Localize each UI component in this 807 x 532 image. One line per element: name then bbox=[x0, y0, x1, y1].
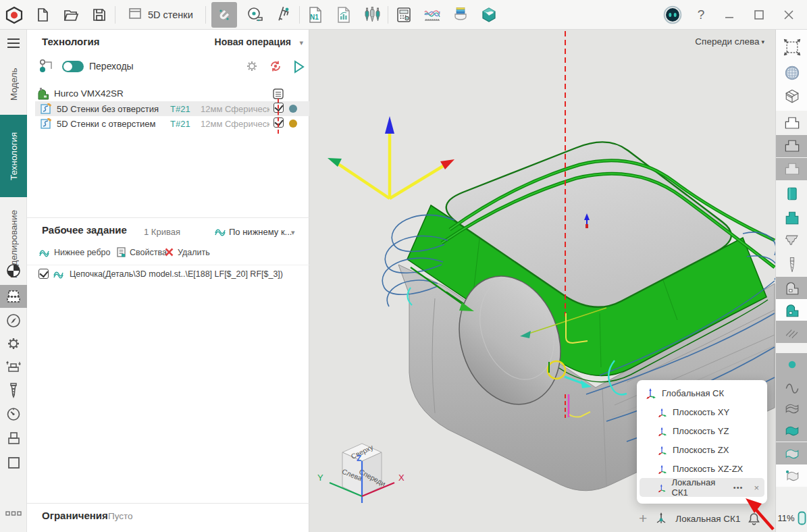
transitions-toggle[interactable] bbox=[62, 61, 84, 72]
machine-name: Hurco VMX42SR bbox=[54, 88, 124, 99]
show-stock-button[interactable] bbox=[776, 135, 807, 157]
tab-model[interactable]: Модель bbox=[0, 57, 27, 112]
machine-row[interactable]: Hurco VMX42SR bbox=[27, 86, 309, 101]
lower-edge-button[interactable]: Нижнее ребро bbox=[39, 247, 110, 257]
calculator-button[interactable] bbox=[394, 5, 414, 25]
lower-edge-button-label: Нижнее ребро bbox=[54, 248, 110, 257]
menu-item-global-cs[interactable]: Глобальная СК bbox=[640, 383, 764, 402]
workpiece-layers-button[interactable] bbox=[450, 5, 471, 25]
orientation-compass-icon[interactable] bbox=[0, 309, 27, 332]
nc-code-button[interactable]: N1 bbox=[305, 5, 326, 25]
show-flags-button[interactable] bbox=[776, 464, 807, 487]
view-cube[interactable]: Сверху Слева Спереди Z Y X bbox=[309, 404, 431, 532]
minimize-button[interactable] bbox=[719, 5, 739, 25]
operation-row[interactable]: 5D Стенки без отверстия T#21 12мм Сферич… bbox=[35, 101, 309, 116]
cs-axes-icon bbox=[645, 388, 656, 399]
app-logo-icon bbox=[4, 5, 24, 25]
menu-item-plane-xy[interactable]: Плоскость XY bbox=[640, 402, 764, 421]
notifications-bell-icon[interactable] bbox=[748, 512, 760, 525]
new-operation-caret-icon[interactable]: ▾ bbox=[299, 38, 303, 47]
feeds-speeds-gauge-icon[interactable] bbox=[0, 402, 27, 425]
operation-row[interactable]: 5D Стенки с отверстием T#21 12мм Сфериче… bbox=[35, 116, 309, 131]
current-cs-icon[interactable] bbox=[654, 512, 668, 525]
menu-item-close-button[interactable]: × bbox=[754, 483, 759, 493]
show-surfaces-wireframe-button[interactable] bbox=[776, 397, 807, 419]
operation-icon bbox=[41, 118, 52, 132]
shaded-view-globe-button[interactable] bbox=[776, 61, 807, 84]
hamburger-menu-icon[interactable] bbox=[6, 36, 21, 53]
help-button[interactable]: ? bbox=[692, 7, 710, 22]
fit-view-button[interactable] bbox=[776, 36, 807, 58]
job-item-checkbox[interactable] bbox=[38, 269, 49, 279]
delete-button[interactable]: Удалить bbox=[164, 247, 210, 257]
measure-tape-button[interactable] bbox=[245, 5, 265, 25]
show-toolpath-button[interactable] bbox=[776, 321, 807, 343]
curve-mode-icon bbox=[214, 225, 226, 238]
viewport-3d[interactable]: Спереди слева ▾ Сверху Слева Спереди Z Y… bbox=[309, 30, 775, 532]
panel-title: Технология bbox=[42, 36, 99, 47]
constraints-title: Ограничения bbox=[42, 510, 108, 521]
caliper-button[interactable] bbox=[274, 5, 294, 25]
job-mode-select[interactable]: По нижнему к... bbox=[229, 227, 292, 237]
properties-button-label: Свойства bbox=[130, 248, 167, 257]
delete-button-label: Удалить bbox=[178, 248, 210, 257]
menu-item-label: Локальная СК1 bbox=[672, 477, 728, 498]
open-file-button[interactable] bbox=[61, 5, 81, 25]
simulation-button[interactable] bbox=[479, 5, 499, 25]
run-play-icon[interactable] bbox=[292, 59, 305, 76]
job-curve-item[interactable]: Цепочка(Деталь\3D model.st..\E[188] LF[$… bbox=[38, 269, 283, 279]
snap-magnet-button[interactable] bbox=[211, 2, 237, 28]
view-orientation-select[interactable]: Спереди слева ▾ bbox=[695, 36, 764, 47]
show-machined-part-button[interactable] bbox=[776, 207, 807, 229]
show-curves-button[interactable] bbox=[776, 375, 807, 397]
settings-gear-icon[interactable] bbox=[0, 332, 27, 355]
save-button[interactable] bbox=[89, 5, 109, 25]
show-surfaces-shaded-button[interactable] bbox=[776, 419, 807, 442]
maximize-button[interactable] bbox=[749, 5, 769, 25]
menu-item-plane-yz[interactable]: Плоскость YZ bbox=[640, 421, 764, 440]
show-machine-button[interactable] bbox=[776, 277, 807, 299]
graphs-button[interactable] bbox=[422, 5, 442, 25]
view-orientation-label: Спереди слева bbox=[695, 36, 759, 47]
job-title: Рабочее задание bbox=[42, 224, 127, 236]
recalculate-icon[interactable] bbox=[269, 59, 282, 75]
close-button[interactable] bbox=[779, 5, 799, 25]
application-window: 5D стенки N1 bbox=[0, 0, 807, 532]
current-cs-label[interactable]: Локальная СК1 bbox=[675, 514, 740, 524]
show-tool-button[interactable] bbox=[776, 254, 807, 276]
fixture-icon[interactable] bbox=[0, 355, 27, 378]
show-fixtures-button[interactable] bbox=[776, 230, 807, 252]
menu-item-label: Глобальная СК bbox=[662, 388, 724, 398]
document-tab[interactable]: 5D стенки bbox=[128, 6, 193, 24]
stock-setup-icon[interactable] bbox=[0, 285, 27, 308]
show-surfaces-mixed-button[interactable] bbox=[776, 442, 807, 464]
tool-library-button[interactable] bbox=[362, 5, 382, 25]
new-operation-button[interactable]: Новая операция bbox=[215, 36, 291, 47]
workpiece-blank-icon[interactable] bbox=[0, 259, 27, 282]
add-cs-button[interactable]: + bbox=[639, 512, 647, 525]
tool-icon[interactable] bbox=[0, 379, 27, 402]
show-workpiece-button[interactable] bbox=[776, 182, 807, 205]
svg-text:N1: N1 bbox=[310, 14, 319, 21]
menu-item-more-button[interactable]: ••• bbox=[733, 483, 744, 491]
report-button[interactable] bbox=[334, 5, 354, 25]
menu-item-plane-zx[interactable]: Плоскость ZX bbox=[640, 440, 764, 459]
show-machine-schema-button[interactable] bbox=[776, 299, 807, 321]
show-part-button[interactable] bbox=[776, 112, 807, 134]
menu-item-local-cs1[interactable]: Локальная СК1 ••• × bbox=[640, 478, 764, 497]
job-mode-caret-icon[interactable]: ▾ bbox=[291, 228, 295, 237]
structure-icon[interactable] bbox=[38, 58, 55, 76]
show-points-button[interactable] bbox=[776, 353, 807, 375]
assistant-robot-icon[interactable] bbox=[662, 5, 683, 25]
new-file-button[interactable] bbox=[32, 5, 53, 25]
operation-settings-gear-icon[interactable] bbox=[245, 59, 259, 75]
plane-icon[interactable] bbox=[0, 451, 27, 474]
menu-item-plane-xz-zx[interactable]: Плоскость XZ-ZX bbox=[640, 459, 764, 478]
more-panels-icon[interactable] bbox=[0, 502, 27, 525]
cs-axes-icon bbox=[657, 464, 667, 474]
tab-technology[interactable]: Технология bbox=[0, 115, 27, 197]
properties-button[interactable]: Свойства bbox=[116, 247, 167, 258]
part-icon[interactable] bbox=[0, 427, 27, 450]
show-transparent-stock-button[interactable] bbox=[776, 158, 807, 180]
isometric-box-button[interactable] bbox=[776, 85, 807, 107]
